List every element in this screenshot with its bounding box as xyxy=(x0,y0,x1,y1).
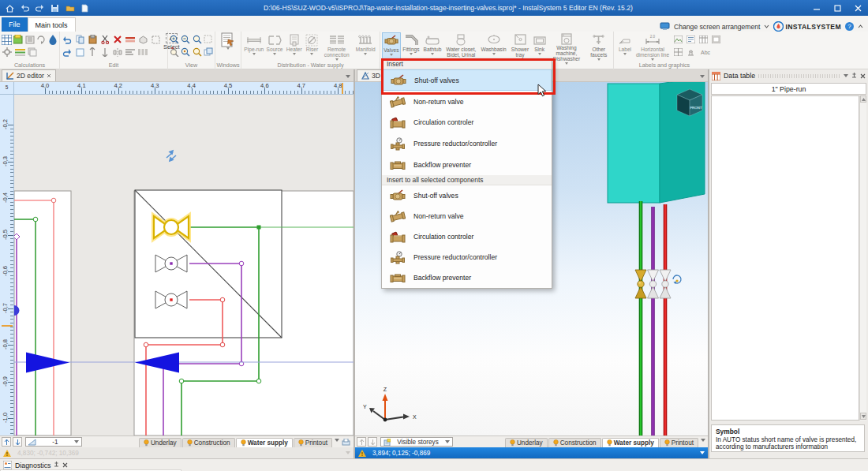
tab-main-tools[interactable]: Main tools xyxy=(28,17,76,32)
gear-icon[interactable] xyxy=(2,47,13,58)
block-icon[interactable] xyxy=(137,34,148,45)
calculation-table-icon[interactable] xyxy=(2,34,12,45)
layer-tab-printout[interactable]: Printout xyxy=(294,438,332,448)
close-button[interactable] xyxy=(847,0,868,16)
table-graphic-icon[interactable] xyxy=(698,34,709,45)
menu-item-backflow-preventer[interactable]: Backflow preventer xyxy=(382,155,552,176)
ribbon-button-valves[interactable]: Valves xyxy=(382,32,401,61)
window-select-icon[interactable] xyxy=(74,47,85,58)
shut-off-valve-3d-gold[interactable] xyxy=(635,270,646,298)
ribbon-button-remote-connection[interactable]: Remote connection xyxy=(320,32,354,61)
refresh-icon[interactable] xyxy=(36,34,46,45)
ribbon-button-washbasin[interactable]: Washbasin xyxy=(479,32,508,61)
zoom-in-icon[interactable] xyxy=(170,34,179,45)
ribbon-button-heater[interactable]: Heater xyxy=(284,32,304,61)
ribbon-button-pipe-run[interactable]: Pipe-run xyxy=(243,32,265,61)
zoom-selection-icon[interactable] xyxy=(181,47,190,58)
new-file-icon[interactable] xyxy=(80,3,90,13)
help-icon[interactable]: ? xyxy=(845,22,854,31)
storey-up-button[interactable] xyxy=(357,437,366,447)
menu-item-circulation-controler[interactable]: Circulation controler xyxy=(382,226,552,247)
storey-down-button[interactable] xyxy=(13,437,22,447)
layer-tab-printout[interactable]: Printout xyxy=(660,438,698,448)
menu-item-non-return-valve[interactable]: Non-return valve xyxy=(382,206,552,226)
open-folder-icon[interactable] xyxy=(65,3,75,13)
cut-icon[interactable] xyxy=(99,34,110,45)
layer-tab-underlay[interactable]: Underlay xyxy=(505,438,548,448)
save-icon[interactable] xyxy=(50,3,60,13)
change-screen-arrangement[interactable]: Change screen arrangement xyxy=(674,23,760,31)
ribbon-button-riser[interactable]: Riser xyxy=(304,32,320,61)
mirror-icon[interactable] xyxy=(112,47,123,58)
panel-drag-area[interactable] xyxy=(758,74,840,78)
move-down-icon[interactable] xyxy=(99,47,110,58)
tab-2d-editor[interactable]: 2D editor xyxy=(2,69,56,81)
group-icon[interactable] xyxy=(150,34,161,45)
ribbon-button-label[interactable]: Label xyxy=(615,32,634,61)
layer-tab-construction[interactable]: Construction xyxy=(182,438,235,448)
pin-icon[interactable] xyxy=(54,462,59,469)
scroll-up-button[interactable] xyxy=(860,95,866,103)
diagnostics-panel-header[interactable]: Diagnostics xyxy=(3,461,68,469)
undo-icon[interactable] xyxy=(20,3,30,13)
tab-file[interactable]: File xyxy=(2,17,28,32)
home-icon[interactable] xyxy=(5,3,15,13)
pane-splitter[interactable] xyxy=(708,69,709,458)
menu-item-pressure-reductor-controller[interactable]: Pressure reductor/controller xyxy=(382,133,552,155)
tab-list-chevron-icon[interactable] xyxy=(346,75,350,78)
pin-icon[interactable] xyxy=(851,73,857,80)
ribbon-button-sink[interactable]: Sink xyxy=(532,32,548,61)
close-panel-icon[interactable] xyxy=(62,462,68,468)
pipe-colors-icon[interactable] xyxy=(14,47,25,58)
zoom-out-icon[interactable] xyxy=(181,34,190,45)
align-icon[interactable] xyxy=(125,47,136,58)
layer-tab-water-supply[interactable]: Water supply xyxy=(236,438,293,448)
storey-selector[interactable]: -1 xyxy=(25,437,82,447)
close-tab-icon[interactable] xyxy=(47,73,51,78)
pane-splitter[interactable] xyxy=(354,69,355,458)
ribbon-button-fittings[interactable]: Fittings xyxy=(401,32,422,61)
valve-symbol-hot-water[interactable] xyxy=(155,291,187,308)
property-grid-scrollbar[interactable] xyxy=(859,95,866,421)
layer-tab-underlay[interactable]: Underlay xyxy=(139,438,181,448)
menu-item-backflow-preventer[interactable]: Backflow preventer xyxy=(382,267,552,288)
2d-canvas[interactable] xyxy=(14,95,354,435)
windows-button[interactable] xyxy=(217,32,239,61)
move-up-icon[interactable] xyxy=(87,47,98,58)
zoom-window-icon[interactable] xyxy=(204,34,213,45)
layer-tab-water-supply[interactable]: Water supply xyxy=(602,438,659,448)
distribute-icon[interactable] xyxy=(137,47,148,58)
ribbon-button-other-faucets[interactable]: Other faucets xyxy=(586,32,612,61)
maximize-button[interactable] xyxy=(827,0,847,16)
storey-down-button[interactable] xyxy=(368,437,377,447)
copy-icon[interactable] xyxy=(74,34,85,45)
frame-icon[interactable] xyxy=(710,34,721,45)
minimize-button[interactable] xyxy=(806,0,827,16)
ribbon-button-water-closet-bidet-urinal[interactable]: Water closet, Bidet, Urinal xyxy=(443,32,479,61)
shut-off-valve-symbol-selected[interactable] xyxy=(154,216,189,238)
layer-tabs-chevron-icon[interactable] xyxy=(701,439,705,442)
layers-icon[interactable] xyxy=(27,47,38,58)
redo-icon[interactable] xyxy=(35,3,45,13)
building-icon[interactable] xyxy=(25,34,35,45)
ribbon-button-shower-tray[interactable]: Shower tray xyxy=(508,32,531,61)
scroll-down-button[interactable] xyxy=(860,413,866,420)
grid-icon[interactable] xyxy=(672,47,683,58)
layer-tabs-chevron-icon[interactable] xyxy=(335,439,339,442)
valve-symbol-circulation[interactable] xyxy=(155,255,187,272)
storey-up-button[interactable] xyxy=(2,437,11,447)
delete-row-icon[interactable] xyxy=(125,34,136,45)
shut-off-valve-3d-white-1[interactable] xyxy=(648,270,659,298)
ribbon-button-source[interactable]: Source xyxy=(265,32,285,61)
menu-item-circulation-controler[interactable]: Circulation controler xyxy=(382,112,552,133)
abc-text-icon[interactable]: Abc xyxy=(698,47,713,58)
undo-edit-icon[interactable] xyxy=(62,34,73,45)
delete-icon[interactable] xyxy=(112,34,123,45)
ribbon-button-manifold[interactable]: Manifold xyxy=(353,32,378,61)
ribbon-button-washing-machine-dishwasher[interactable]: Washing machine, Dishwasher xyxy=(547,32,586,61)
layer-tab-construction[interactable]: Construction xyxy=(548,438,601,448)
zoom-previous-icon[interactable] xyxy=(170,47,179,58)
picture-icon[interactable] xyxy=(672,34,683,45)
menu-item-pressure-reductor-controller[interactable]: Pressure reductor/controller xyxy=(382,247,552,267)
visible-storeys-selector[interactable]: Visible storeys xyxy=(380,437,453,447)
